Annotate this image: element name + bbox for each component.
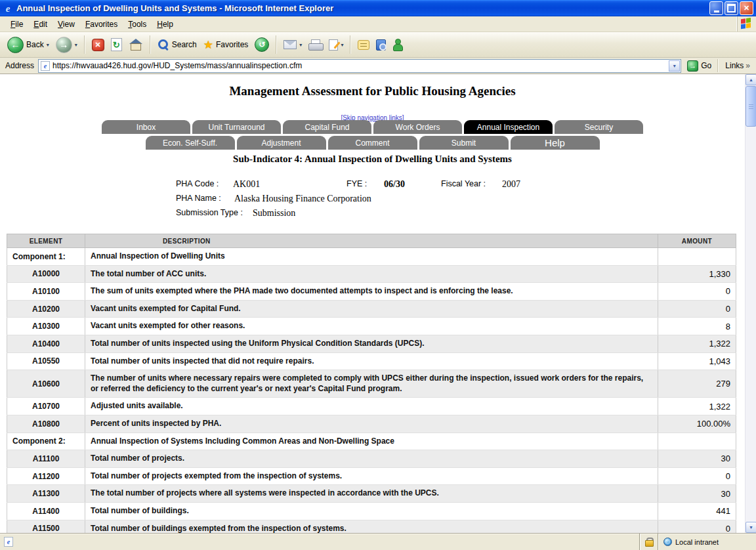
amount-cell: 1,322	[658, 398, 736, 415]
links-label: Links	[725, 61, 744, 70]
back-button[interactable]: ← Back ▾	[5, 35, 52, 54]
search-icon	[158, 39, 169, 51]
stop-button[interactable]: ✕	[89, 37, 107, 53]
amount-cell	[658, 433, 736, 450]
fye-value: 06/30	[384, 179, 405, 190]
maximize-button[interactable]	[724, 1, 738, 15]
tab-submit[interactable]: Submit	[419, 136, 509, 150]
research-button[interactable]	[373, 38, 388, 52]
amount-cell: 1,330	[658, 265, 736, 283]
table-row: A10200 Vacant units exempted for Capital…	[7, 300, 736, 318]
page-content: Management Assessment for Public Housing…	[0, 74, 745, 533]
address-dropdown-button[interactable]: ▾	[669, 60, 680, 72]
description-cell: The total number of projects where all s…	[85, 485, 658, 503]
pha-code-value: AK001	[233, 179, 260, 190]
submission-type-label: Submission Type :	[176, 208, 243, 217]
tab-unit-turnaround[interactable]: Unit Turnaround	[192, 120, 281, 134]
menu-help[interactable]: Help	[152, 18, 178, 31]
back-label: Back	[26, 40, 44, 49]
description-cell: Total number of units inspected using th…	[85, 335, 658, 352]
address-input[interactable]: https://hwvauad426.hud.gov/HUD_Systems/m…	[38, 59, 681, 73]
element-cell: A10400	[7, 335, 85, 352]
element-cell: A10100	[7, 283, 85, 301]
forward-button[interactable]: → ▾	[53, 35, 80, 54]
menu-favorites[interactable]: Favorites	[80, 18, 123, 31]
tab-adjustment[interactable]: Adjustment	[237, 136, 326, 150]
menu-file[interactable]: File	[5, 18, 28, 31]
history-button[interactable]: ↺	[252, 36, 272, 53]
table-row: A10800 Percent of units inspected by PHA…	[7, 415, 736, 433]
address-url[interactable]: https://hwvauad426.hud.gov/HUD_Systems/m…	[52, 61, 666, 70]
zone-panel: Local intranet	[658, 534, 756, 550]
element-cell: A10000	[7, 265, 85, 283]
toolbar-separator	[276, 35, 277, 54]
forward-dropdown-icon[interactable]: ▾	[75, 42, 77, 48]
mail-icon	[284, 40, 297, 49]
refresh-button[interactable]: ↻	[108, 37, 125, 53]
discuss-button[interactable]	[355, 39, 372, 51]
tab-help[interactable]: Help	[511, 136, 600, 150]
search-button[interactable]: Search	[155, 37, 200, 52]
element-cell: A10600	[7, 370, 85, 398]
messenger-button[interactable]	[390, 37, 406, 53]
page-subtitle: Sub-Indicator 4: Annual Inspection of Dw…	[0, 154, 745, 165]
toolbar-separator	[150, 35, 151, 54]
tab-security[interactable]: Security	[555, 120, 643, 134]
go-button[interactable]: → Go	[685, 60, 713, 72]
mail-dropdown-icon[interactable]: ▾	[299, 42, 302, 48]
header-element: ELEMENT	[7, 234, 85, 248]
table-row: Component 2: Annual Inspection of System…	[7, 433, 736, 450]
tab-comment[interactable]: Comment	[328, 136, 417, 150]
inspection-table-wrap: ELEMENT DESCRIPTION AMOUNT Component 1: …	[7, 234, 736, 533]
tab-inbox[interactable]: Inbox	[102, 120, 190, 134]
vertical-scrollbar[interactable]: ▲ ▼	[745, 74, 756, 533]
page-title: Management Assessment for Public Housing…	[0, 84, 745, 98]
element-cell: A11100	[7, 450, 85, 468]
minimize-button[interactable]	[709, 1, 723, 15]
amount-cell: 30	[658, 485, 736, 503]
scroll-down-button[interactable]: ▼	[746, 522, 756, 533]
table-row: A10100 The sum of units exempted where t…	[7, 283, 736, 301]
edit-button[interactable]: ▾	[326, 38, 346, 52]
favorites-label: Favorites	[216, 40, 248, 49]
table-row: A10000 The total number of ACC units. 1,…	[7, 265, 736, 283]
stop-icon: ✕	[92, 39, 104, 51]
table-row: A11400 Total number of buildings. 441	[7, 502, 736, 520]
search-label: Search	[172, 40, 197, 49]
links-chevron-icon: »	[746, 61, 750, 70]
home-icon	[129, 39, 143, 51]
print-icon	[308, 39, 322, 51]
research-icon	[376, 39, 386, 51]
tab-capital-fund[interactable]: Capital Fund	[283, 120, 371, 134]
print-button[interactable]	[306, 38, 325, 52]
home-button[interactable]	[126, 37, 146, 52]
history-icon: ↺	[255, 37, 269, 52]
favorites-button[interactable]: ★ Favorites	[201, 38, 251, 52]
element-cell: A10800	[7, 415, 85, 433]
element-cell: Component 2:	[7, 433, 85, 450]
back-dropdown-icon[interactable]: ▾	[47, 42, 49, 48]
table-row: A10700 Adjusted units available. 1,322	[7, 398, 736, 415]
tab-econ-self-suff[interactable]: Econ. Self-Suff.	[146, 136, 235, 150]
description-cell: Percent of units inspected by PHA.	[85, 415, 658, 433]
ie-logo-icon: e	[3, 3, 13, 14]
menu-view[interactable]: View	[52, 18, 80, 31]
close-button[interactable]: ✕	[740, 1, 753, 15]
edit-dropdown-icon[interactable]: ▾	[341, 42, 343, 48]
scroll-up-button[interactable]: ▲	[746, 74, 756, 85]
mail-button[interactable]: ▾	[281, 39, 304, 51]
amount-cell: 441	[658, 502, 736, 520]
amount-cell: 0	[658, 283, 736, 301]
details-row: PHA Name : Alaska Housing Finance Corpor…	[176, 194, 596, 208]
amount-cell: 0	[658, 467, 736, 485]
tab-annual-inspection[interactable]: Annual Inspection	[464, 120, 553, 134]
scrollbar-thumb[interactable]	[746, 86, 756, 127]
element-cell: A10200	[7, 300, 85, 318]
tab-work-orders[interactable]: Work Orders	[373, 120, 462, 134]
links-separator	[717, 59, 719, 72]
links-button[interactable]: Links »	[723, 61, 753, 70]
edit-icon	[329, 39, 338, 51]
menu-tools[interactable]: Tools	[123, 18, 152, 31]
table-row: A10400 Total number of units inspected u…	[7, 335, 736, 352]
menu-edit[interactable]: Edit	[28, 18, 52, 31]
